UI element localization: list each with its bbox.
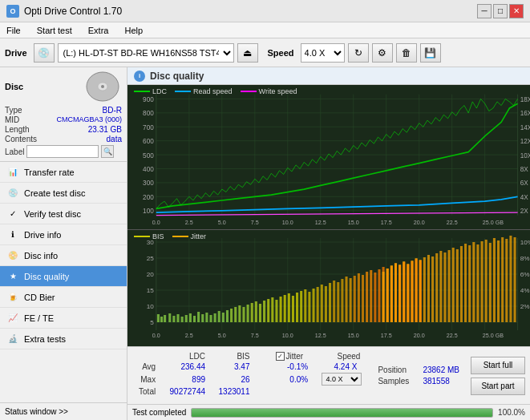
main-container: Disc Type BD-R MID CMCMAGBA3 (000) Leng: [0, 67, 530, 420]
jitter-label: Jitter: [286, 352, 304, 361]
disc-mid-row: MID CMCMAGBA3 (000): [5, 115, 122, 124]
sidebar-item-fe-te[interactable]: 📈 FE / TE: [0, 308, 127, 329]
start-part-button[interactable]: Start part: [471, 378, 525, 395]
disc-type-row: Type BD-R: [5, 106, 122, 115]
status-window-button[interactable]: Status window >>: [0, 402, 127, 420]
svg-rect-161: [386, 269, 389, 322]
settings-button[interactable]: ⚙: [372, 43, 393, 63]
menu-extra[interactable]: Extra: [85, 25, 112, 36]
title-bar: O Opti Drive Control 1.70 ─ □ ✕: [0, 0, 530, 22]
svg-rect-179: [460, 246, 463, 322]
svg-rect-122: [267, 299, 269, 322]
label-browse-button[interactable]: 🔍: [101, 145, 114, 158]
svg-rect-174: [439, 251, 442, 322]
svg-rect-104: [193, 316, 196, 322]
svg-text:5.0: 5.0: [218, 219, 226, 227]
svg-text:25.0 GB: 25.0 GB: [483, 333, 504, 339]
svg-text:10%: 10%: [520, 239, 530, 246]
svg-text:100: 100: [143, 207, 154, 216]
sidebar-item-drive-info[interactable]: ℹ Drive info: [0, 224, 127, 245]
svg-text:0.0: 0.0: [152, 219, 160, 227]
svg-rect-134: [317, 287, 319, 322]
svg-rect-140: [341, 279, 343, 322]
svg-text:2.5: 2.5: [185, 333, 193, 339]
svg-text:8X: 8X: [520, 165, 528, 174]
svg-rect-101: [181, 317, 184, 322]
disc-contents-row: Contents data: [5, 135, 122, 143]
svg-rect-149: [378, 269, 380, 322]
sidebar-item-create-test-disc[interactable]: 💿 Create test disc: [0, 183, 127, 204]
svg-rect-180: [464, 244, 467, 322]
svg-text:10.0: 10.0: [282, 219, 293, 227]
max-label: Max: [136, 373, 162, 386]
start-full-button[interactable]: Start full: [471, 357, 525, 374]
svg-rect-185: [485, 240, 488, 322]
disc-quality-icon: ★: [6, 270, 19, 283]
eject-button[interactable]: ⏏: [237, 43, 258, 63]
svg-rect-167: [411, 260, 413, 322]
svg-text:15: 15: [147, 287, 155, 294]
svg-rect-146: [366, 272, 368, 322]
progress-text: 100.0%: [498, 408, 525, 417]
svg-rect-165: [403, 261, 405, 322]
speed-stats: Position 23862 MB Samples 381558: [371, 347, 466, 404]
menu-start-test[interactable]: Start test: [34, 25, 75, 36]
sidebar-item-verify-test-disc[interactable]: ✓ Verify test disc: [0, 204, 127, 224]
toolbar: Drive 💿 (L:) HL-DT-ST BD-RE WH16NS58 TST…: [0, 38, 530, 67]
app-icon: O: [6, 5, 19, 18]
svg-rect-141: [345, 277, 347, 322]
sidebar-item-extra-tests[interactable]: 🔬 Extra tests: [0, 329, 127, 349]
disc-length-row: Length 23.31 GB: [5, 125, 122, 134]
drive-select[interactable]: (L:) HL-DT-ST BD-RE WH16NS58 TST4: [58, 43, 234, 63]
speed-select[interactable]: 4.0 X: [301, 43, 345, 63]
svg-rect-145: [362, 275, 364, 322]
sidebar-item-cd-bier[interactable]: 🍺 CD Bier: [0, 287, 127, 308]
menu-file[interactable]: File: [3, 25, 24, 36]
svg-rect-178: [456, 249, 459, 322]
menu-help[interactable]: Help: [121, 25, 146, 36]
maximize-button[interactable]: □: [493, 4, 508, 18]
disc-panel: Disc Type BD-R MID CMCMAGBA3 (000) Leng: [0, 67, 127, 162]
extra-tests-icon: 🔬: [6, 333, 19, 345]
close-button[interactable]: ✕: [509, 4, 524, 18]
erase-button[interactable]: 🗑: [396, 43, 417, 63]
drive-icon-btn[interactable]: 💿: [34, 43, 55, 63]
minimize-button[interactable]: ─: [477, 4, 492, 18]
jitter-checkbox[interactable]: ✓: [276, 352, 285, 361]
svg-rect-106: [201, 314, 204, 322]
svg-text:4%: 4%: [520, 287, 530, 294]
menu-bar: File Start test Extra Help: [0, 22, 530, 38]
svg-rect-142: [350, 278, 352, 322]
svg-text:25.0 GB: 25.0 GB: [483, 219, 504, 227]
sidebar: Disc Type BD-R MID CMCMAGBA3 (000) Leng: [0, 67, 127, 420]
fe-te-icon: 📈: [6, 312, 19, 325]
chart-top-svg: 900 800 700 600 500 400 300 200 100 18X …: [127, 85, 530, 229]
drive-label: Drive: [5, 48, 27, 58]
max-jitter: 0.0%: [276, 373, 315, 386]
svg-text:600: 600: [143, 137, 154, 146]
svg-text:10X: 10X: [520, 151, 530, 160]
total-label: Total: [136, 387, 162, 396]
sidebar-item-disc-quality[interactable]: ★ Disc quality: [0, 266, 127, 287]
svg-rect-138: [333, 281, 335, 322]
svg-rect-97: [164, 315, 166, 322]
avg-speed: 4.24 X: [316, 362, 363, 371]
charts-container: LDC Read speed Write speed: [127, 85, 530, 346]
content-area: i Disc quality LDC Read speed: [127, 67, 530, 420]
save-button[interactable]: 💾: [420, 43, 441, 63]
disc-quality-title: Disc quality: [150, 71, 204, 82]
svg-text:7.5: 7.5: [251, 333, 259, 339]
svg-text:2%: 2%: [520, 303, 530, 310]
svg-rect-112: [226, 310, 229, 322]
svg-text:200: 200: [143, 192, 154, 201]
speed-select-stats[interactable]: 4.0 X: [322, 373, 362, 386]
refresh-button[interactable]: ↻: [348, 43, 369, 63]
svg-text:300: 300: [143, 179, 154, 188]
label-input[interactable]: [26, 145, 99, 158]
svg-rect-125: [280, 297, 282, 322]
progress-container: Test completed 100.0%: [127, 404, 530, 420]
sidebar-item-transfer-rate[interactable]: 📊 Transfer rate: [0, 162, 127, 183]
svg-rect-115: [238, 305, 241, 322]
svg-rect-132: [308, 292, 310, 322]
sidebar-item-disc-info[interactable]: 📀 Disc info: [0, 245, 127, 266]
